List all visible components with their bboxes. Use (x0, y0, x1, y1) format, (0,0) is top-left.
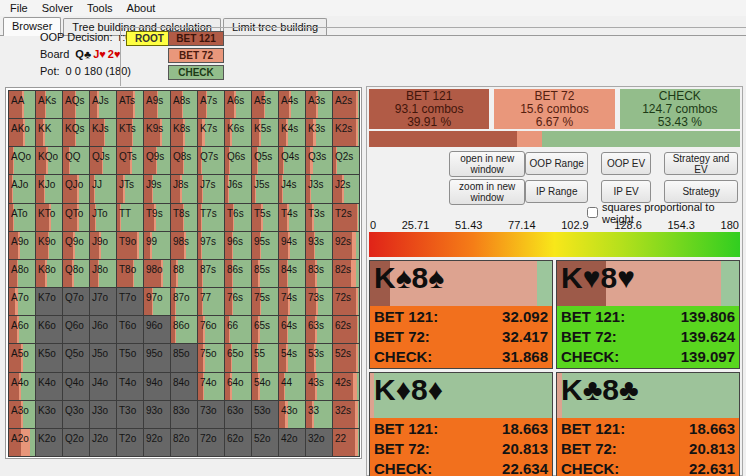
oop-range-button[interactable]: OOP Range (525, 152, 588, 175)
grid-cell-75o[interactable]: 75o (198, 344, 225, 372)
grid-cell-J3o[interactable]: J3o (90, 401, 117, 429)
grid-cell-AA[interactable]: AA (9, 91, 36, 119)
grid-cell-66[interactable]: 66 (225, 316, 252, 344)
grid-cell-73o[interactable]: 73o (198, 401, 225, 429)
menu-about[interactable]: About (121, 1, 164, 15)
grid-cell-96o[interactable]: 96o (144, 316, 171, 344)
grid-cell-44[interactable]: 44 (279, 373, 306, 401)
grid-cell-54s[interactable]: 54s (279, 344, 306, 372)
grid-cell-QQ[interactable]: QQ (63, 147, 90, 175)
grid-cell-JTo[interactable]: JTo (90, 204, 117, 232)
grid-cell-A3o[interactable]: A3o (9, 401, 36, 429)
grid-cell-85o[interactable]: 85o (171, 344, 198, 372)
ip-range-button[interactable]: IP Range (525, 180, 588, 203)
grid-cell-A9s[interactable]: A9s (144, 91, 171, 119)
grid-cell-95s[interactable]: 95s (252, 232, 279, 260)
grid-cell-Q2o[interactable]: Q2o (63, 429, 90, 457)
grid-cell-Q4s[interactable]: Q4s (279, 147, 306, 175)
grid-cell-QTs[interactable]: QTs (117, 147, 144, 175)
grid-cell-43o[interactable]: 43o (279, 401, 306, 429)
grid-cell-J8s[interactable]: J8s (171, 175, 198, 203)
grid-cell-J3s[interactable]: J3s (306, 175, 333, 203)
grid-cell-T5s[interactable]: T5s (252, 204, 279, 232)
grid-cell-Q8s[interactable]: Q8s (171, 147, 198, 175)
grid-cell-QTo[interactable]: QTo (63, 204, 90, 232)
grid-cell-K4s[interactable]: K4s (279, 119, 306, 147)
grid-cell-K8o[interactable]: K8o (36, 260, 63, 288)
grid-cell-32s[interactable]: 32s (333, 401, 360, 429)
grid-cell-94o[interactable]: 94o (144, 373, 171, 401)
grid-cell-T3s[interactable]: T3s (306, 204, 333, 232)
zoom-in-new-window-button[interactable]: zoom in new window (449, 179, 525, 205)
grid-cell-K6o[interactable]: K6o (36, 316, 63, 344)
grid-cell-82s[interactable]: 82s (333, 260, 360, 288)
grid-cell-T9o[interactable]: T9o (117, 232, 144, 260)
grid-cell-K3s[interactable]: K3s (306, 119, 333, 147)
grid-cell-A5o[interactable]: A5o (9, 344, 36, 372)
grid-cell-ATs[interactable]: ATs (117, 91, 144, 119)
grid-cell-43s[interactable]: 43s (306, 373, 333, 401)
grid-cell-K5o[interactable]: K5o (36, 344, 63, 372)
grid-cell-K9s[interactable]: K9s (144, 119, 171, 147)
grid-cell-A4o[interactable]: A4o (9, 373, 36, 401)
grid-cell-65s[interactable]: 65s (252, 316, 279, 344)
grid-cell-Q7o[interactable]: Q7o (63, 288, 90, 316)
grid-cell-K7s[interactable]: K7s (198, 119, 225, 147)
grid-cell-K3o[interactable]: K3o (36, 401, 63, 429)
grid-cell-J2o[interactable]: J2o (90, 429, 117, 457)
grid-cell-J9s[interactable]: J9s (144, 175, 171, 203)
grid-cell-J4s[interactable]: J4s (279, 175, 306, 203)
grid-cell-K8s[interactable]: K8s (171, 119, 198, 147)
grid-cell-T8o[interactable]: T8o (117, 260, 144, 288)
grid-cell-K5s[interactable]: K5s (252, 119, 279, 147)
grid-cell-KK[interactable]: KK (36, 119, 63, 147)
grid-cell-93s[interactable]: 93s (306, 232, 333, 260)
grid-cell-K2s[interactable]: K2s (333, 119, 360, 147)
grid-cell-J7o[interactable]: J7o (90, 288, 117, 316)
grid-cell-92o[interactable]: 92o (144, 429, 171, 457)
grid-cell-Q6s[interactable]: Q6s (225, 147, 252, 175)
grid-cell-T2o[interactable]: T2o (117, 429, 144, 457)
grid-cell-J9o[interactable]: J9o (90, 232, 117, 260)
grid-cell-A4s[interactable]: A4s (279, 91, 306, 119)
grid-cell-98o[interactable]: 98o (144, 260, 171, 288)
grid-cell-52s[interactable]: 52s (333, 344, 360, 372)
grid-cell-A5s[interactable]: A5s (252, 91, 279, 119)
grid-cell-A6s[interactable]: A6s (225, 91, 252, 119)
grid-cell-J4o[interactable]: J4o (90, 373, 117, 401)
grid-cell-Q3s[interactable]: Q3s (306, 147, 333, 175)
grid-cell-K2o[interactable]: K2o (36, 429, 63, 457)
menu-solver[interactable]: Solver (36, 1, 81, 15)
grid-cell-85s[interactable]: 85s (252, 260, 279, 288)
grid-cell-83o[interactable]: 83o (171, 401, 198, 429)
tree-node-root[interactable]: ROOT (126, 31, 173, 46)
grid-cell-T7o[interactable]: T7o (117, 288, 144, 316)
grid-cell-A7o[interactable]: A7o (9, 288, 36, 316)
grid-cell-96s[interactable]: 96s (225, 232, 252, 260)
grid-cell-A8s[interactable]: A8s (171, 91, 198, 119)
grid-cell-22[interactable]: 22 (333, 429, 360, 457)
grid-cell-Q9o[interactable]: Q9o (63, 232, 90, 260)
grid-cell-T2s[interactable]: T2s (333, 204, 360, 232)
grid-cell-AJo[interactable]: AJo (9, 175, 36, 203)
grid-cell-92s[interactable]: 92s (333, 232, 360, 260)
grid-cell-73s[interactable]: 73s (306, 288, 333, 316)
grid-cell-AQo[interactable]: AQo (9, 147, 36, 175)
grid-cell-76o[interactable]: 76o (198, 316, 225, 344)
grid-cell-72o[interactable]: 72o (198, 429, 225, 457)
grid-cell-T7s[interactable]: T7s (198, 204, 225, 232)
grid-cell-QJo[interactable]: QJo (63, 175, 90, 203)
grid-cell-87o[interactable]: 87o (171, 288, 198, 316)
grid-cell-T6s[interactable]: T6s (225, 204, 252, 232)
grid-cell-95o[interactable]: 95o (144, 344, 171, 372)
grid-cell-K4o[interactable]: K4o (36, 373, 63, 401)
grid-cell-A6o[interactable]: A6o (9, 316, 36, 344)
grid-cell-T4o[interactable]: T4o (117, 373, 144, 401)
grid-cell-JJ[interactable]: JJ (90, 175, 117, 203)
grid-cell-97s[interactable]: 97s (198, 232, 225, 260)
grid-cell-84s[interactable]: 84s (279, 260, 306, 288)
grid-cell-T4s[interactable]: T4s (279, 204, 306, 232)
grid-cell-KQs[interactable]: KQs (63, 119, 90, 147)
grid-cell-Q5o[interactable]: Q5o (63, 344, 90, 372)
grid-cell-74s[interactable]: 74s (279, 288, 306, 316)
